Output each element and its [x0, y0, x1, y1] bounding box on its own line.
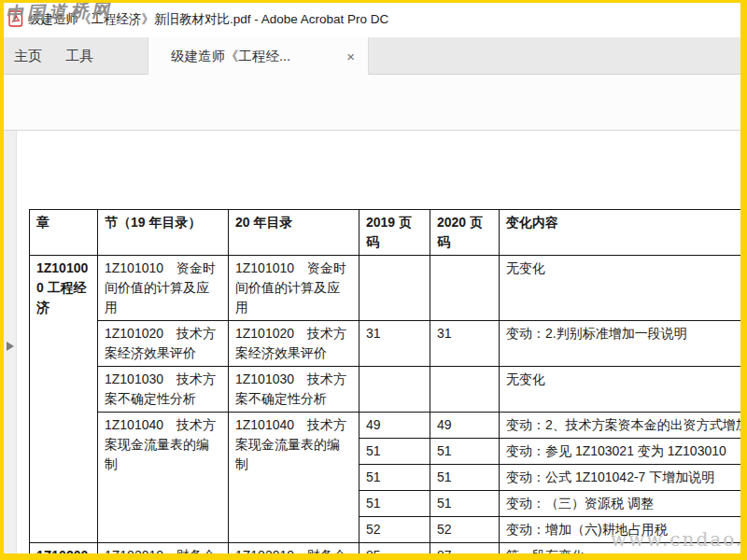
table-cell: 1Z101040 技术方案现金流量表的编制 — [229, 413, 359, 543]
table-cell — [359, 256, 430, 321]
tab-document[interactable]: 级建造师《工程经... × — [148, 37, 369, 76]
nav-pane-strip — [4, 131, 17, 553]
watermark-top: 中国道桥网 — [6, 0, 114, 26]
table-header-cell: 变化内容 — [500, 210, 741, 256]
table-cell: 31 — [359, 321, 430, 367]
table-cell: 1Z102010 财务会计基础 — [229, 543, 359, 554]
table-cell — [430, 256, 500, 321]
tab-close-icon[interactable]: × — [346, 49, 355, 63]
table-cell: 52 — [430, 517, 500, 543]
table-cell: 51 — [359, 439, 430, 465]
table-cell: 49 — [430, 413, 500, 439]
table-cell: 31 — [430, 321, 500, 367]
table-wrap: 章节（19 年目录）20 年目录2019 页码2020 页码变化内容 1Z101… — [29, 209, 740, 553]
table-header-cell: 2020 页码 — [430, 210, 500, 256]
tab-bar: 主页 工具 级建造师《工程经... × — [4, 37, 740, 75]
table-cell: 变动：参见 1Z103021 变为 1Z103010 — [500, 439, 741, 465]
table-cell: 52 — [359, 517, 430, 543]
table-cell — [359, 367, 430, 413]
table-row: 1Z101030 技术方案不确定性分析1Z101030 技术方案不确定性分析无变… — [30, 367, 741, 413]
table-cell: 51 — [430, 439, 500, 465]
table-cell: 无变化 — [500, 256, 741, 321]
tab-document-label: 级建造师《工程经... — [171, 48, 339, 65]
table-cell: 85 — [359, 543, 430, 554]
expand-nav-pane-icon[interactable] — [7, 342, 14, 351]
table-cell: 变动：2、技术方案资本金的出资方式增加一 — [500, 413, 741, 439]
table-cell: 变动：2.判别标准增加一段说明 — [500, 321, 741, 367]
table-header-cell: 章 — [30, 210, 98, 256]
tab-tools[interactable]: 工具 — [65, 37, 93, 75]
table-row: 1Z101040 技术方案现金流量表的编制1Z101040 技术方案现金流量表的… — [30, 413, 741, 439]
table-cell: 51 — [430, 465, 500, 491]
table-header-cell: 节（19 年目录） — [98, 210, 229, 256]
table-cell: 1Z101010 资金时间价值的计算及应用 — [229, 256, 359, 321]
table-cell: 变动：公式 1Z101042-7 下增加说明 — [500, 465, 741, 491]
table-cell: 1Z101020 技术方案经济效果评价 — [229, 321, 359, 367]
document-area: 章节（19 年目录）20 年目录2019 页码2020 页码变化内容 1Z101… — [4, 131, 740, 553]
table-cell: 87 — [430, 543, 500, 554]
title-bar: 级建造师《工程经济》新旧教材对比.pdf - Adobe Acrobat Pro… — [4, 3, 740, 37]
table-cell: 51 — [359, 465, 430, 491]
table-cell — [430, 367, 500, 413]
table-header-cell: 2019 页码 — [359, 210, 430, 256]
table-row: 1Z101020 技术方案经济效果评价1Z101020 技术方案经济效果评价31… — [30, 321, 741, 367]
table-row: 1Z101000 工程经济1Z101010 资金时间价值的计算及应用1Z1010… — [30, 256, 741, 321]
pdf-page: 章节（19 年目录）20 年目录2019 页码2020 页码变化内容 1Z101… — [17, 131, 740, 553]
table-cell: 51 — [359, 491, 430, 517]
chapter-cell: 1Z102000 工程财务 — [30, 543, 98, 554]
watermark-bottom: www.cndao.com — [611, 528, 747, 551]
table-header-cell: 20 年目录 — [229, 210, 359, 256]
table-cell: 无变化 — [500, 367, 741, 413]
table-cell: 49 — [359, 413, 430, 439]
comparison-table: 章节（19 年目录）20 年目录2019 页码2020 页码变化内容 1Z101… — [29, 209, 740, 553]
table-cell: 1Z102010 财务会计基础 — [98, 543, 229, 554]
acrobat-window: 级建造师《工程经济》新旧教材对比.pdf - Adobe Acrobat Pro… — [0, 0, 747, 560]
tab-home[interactable]: 主页 — [14, 37, 42, 75]
table-cell: 1Z101030 技术方案不确定性分析 — [229, 367, 359, 413]
table-cell: 1Z101010 资金时间价值的计算及应用 — [98, 256, 229, 321]
toolbar: 1 / 4 — [4, 75, 740, 131]
chapter-cell: 1Z101000 工程经济 — [30, 256, 98, 543]
table-header-row: 章节（19 年目录）20 年目录2019 页码2020 页码变化内容 — [30, 210, 741, 256]
table-cell: 1Z101030 技术方案不确定性分析 — [98, 367, 229, 413]
table-cell: 1Z101020 技术方案经济效果评价 — [98, 321, 229, 367]
table-cell: 51 — [430, 491, 500, 517]
table-cell: 变动：（三）资源税 调整 — [500, 491, 741, 517]
table-cell: 1Z101040 技术方案现金流量表的编制 — [98, 413, 229, 543]
